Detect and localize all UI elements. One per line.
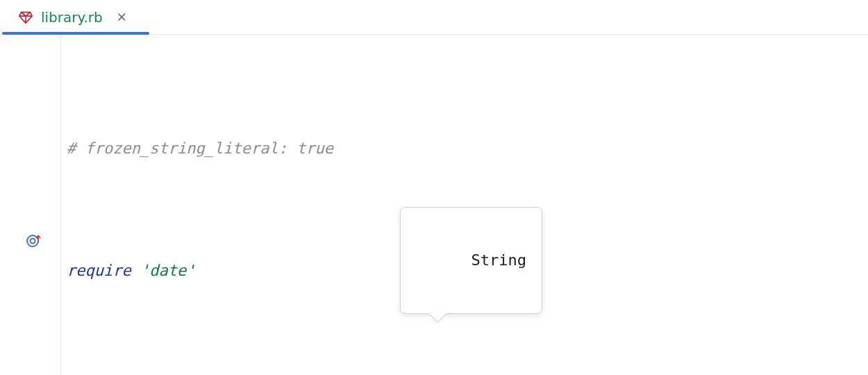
gutter	[0, 35, 61, 375]
string-literal: 'date'	[140, 256, 195, 286]
file-tab[interactable]: library.rb ✕	[10, 0, 137, 34]
close-icon[interactable]: ✕	[117, 10, 127, 24]
type-tooltip: String	[400, 207, 542, 314]
keyword-require: require	[67, 256, 131, 286]
editor: # frozen_string_literal: true require 'd…	[0, 35, 868, 375]
tooltip-text: String	[471, 251, 526, 269]
tab-bar: library.rb ✕	[0, 0, 868, 35]
code-line: # frozen_string_literal: true	[67, 133, 864, 164]
ruby-icon	[17, 9, 34, 26]
svg-point-1	[31, 239, 35, 244]
code-area[interactable]: # frozen_string_literal: true require 'd…	[61, 35, 868, 375]
target-icon[interactable]	[25, 232, 43, 250]
tab-filename: library.rb	[41, 9, 103, 26]
comment: # frozen_string_literal: true	[67, 133, 333, 164]
